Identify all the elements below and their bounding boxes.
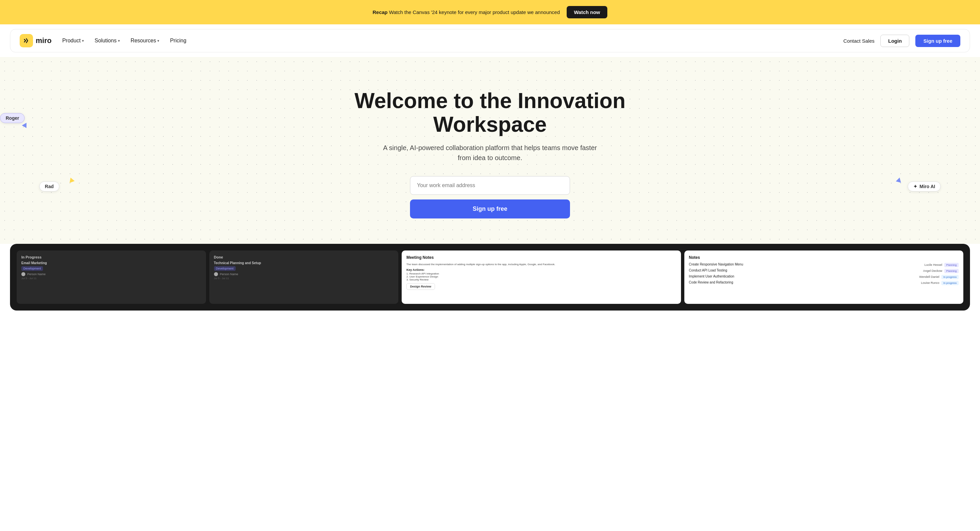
hero-signup-button[interactable]: Sign up free <box>410 199 570 218</box>
done-title: Done <box>214 255 394 259</box>
preview-done-card: Done Technical Planning and Setup Develo… <box>209 250 399 304</box>
banner-text: Watch the Canvas '24 keynote for every m… <box>389 10 560 15</box>
done-item1: Technical Planning and Setup Development… <box>214 261 394 280</box>
recap-label: Recap <box>373 10 388 15</box>
nav-left: miro Product ▾ Solutions ▾ Resources ▾ P… <box>20 34 186 47</box>
hero-section: Roger Rad ✦ Miro AI Welcome to the Innov… <box>0 57 980 244</box>
login-button[interactable]: Login <box>880 35 909 47</box>
done-tag1: Development <box>214 266 235 271</box>
task-row-1: Create Responsive Navigation Menu Lucile… <box>689 263 959 267</box>
logo[interactable]: miro <box>20 34 52 47</box>
cursor-miro-ai-icon <box>896 177 902 183</box>
meeting-notes-card: Meeting Notes The team discussed the imp… <box>402 250 681 304</box>
action3: 3. Security Review <box>406 278 676 281</box>
resources-chevron-icon: ▾ <box>158 39 159 43</box>
cursor-rad-icon <box>68 177 75 183</box>
nav-solutions[interactable]: Solutions ▾ <box>95 38 120 44</box>
meeting-notes-title: Meeting Notes <box>406 255 676 260</box>
nav-pricing[interactable]: Pricing <box>170 38 186 44</box>
product-chevron-icon: ▾ <box>82 39 84 43</box>
nav-resources[interactable]: Resources ▾ <box>130 38 159 44</box>
logo-icon <box>20 34 33 47</box>
contact-sales-link[interactable]: Contact Sales <box>843 38 874 44</box>
action1: 1. Research API Integration <box>406 272 676 275</box>
inprogress-item1: Email Marketing Development Person Name … <box>21 261 201 280</box>
preview-inprogress-card: In Progress Email Marketing Development … <box>17 250 206 304</box>
user-label-rad: Rad <box>39 182 59 191</box>
logo-text: miro <box>36 37 52 45</box>
nav-right: Contact Sales Login Sign up free <box>843 35 960 47</box>
tasks-card: Notes Create Responsive Navigation Menu … <box>684 250 963 304</box>
task-row-2: Conduct API Load Testing Angel Deckow Pl… <box>689 268 959 273</box>
nav-product[interactable]: Product ▾ <box>62 38 84 44</box>
hero-heading: Welcome to the Innovation Workspace <box>340 89 640 136</box>
user-label-roger: Roger <box>0 113 25 123</box>
navbar: miro Product ▾ Solutions ▾ Resources ▾ P… <box>10 29 970 53</box>
action2: 2. User Experience Design <box>406 275 676 278</box>
inprogress-person1: Person Name <box>21 272 201 276</box>
notes-title: Notes <box>689 255 959 260</box>
key-actions-label: Key Actions: <box>406 268 676 271</box>
email-input[interactable] <box>410 176 570 195</box>
design-review-badge: Design Review <box>406 283 435 290</box>
miro-ai-label: ✦ Miro AI <box>908 182 941 191</box>
hero-subtitle: A single, AI-powered collaboration platf… <box>377 143 603 163</box>
product-preview: In Progress Email Marketing Development … <box>10 244 970 311</box>
task-row-3: Implement User Authentication Wendell Da… <box>689 274 959 279</box>
top-banner: Recap Watch the Canvas '24 keynote for e… <box>0 0 980 24</box>
sparkle-icon: ✦ <box>913 184 917 189</box>
inprogress-title: In Progress <box>21 255 201 259</box>
signup-button[interactable]: Sign up free <box>915 35 960 47</box>
watch-now-button[interactable]: Watch now <box>567 6 608 18</box>
solutions-chevron-icon: ▾ <box>118 39 120 43</box>
inprogress-tag1: Development <box>21 266 43 271</box>
done-person1: Person Name <box>214 272 394 276</box>
cursor-roger-icon <box>22 121 29 128</box>
meeting-text: The team discussed the implementation of… <box>406 263 676 266</box>
task-row-4: Code Review and Refactoring Louise Runco… <box>689 281 959 285</box>
